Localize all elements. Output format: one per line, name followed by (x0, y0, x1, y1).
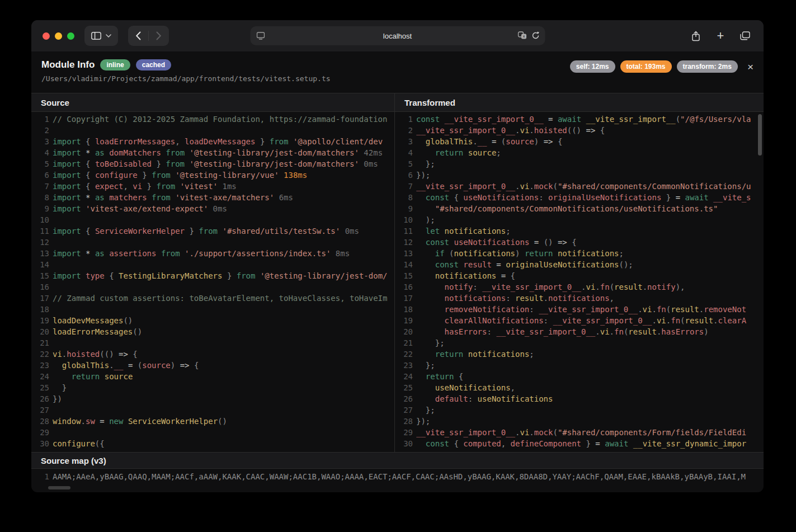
code-line: 16 (31, 283, 394, 294)
minimize-window-button[interactable] (55, 32, 62, 40)
line-number: 9 (395, 204, 413, 215)
line-number: 7 (395, 182, 413, 193)
line-text: }; (416, 159, 764, 171)
code-line: 22vi.hoisted(() => { (31, 350, 394, 361)
address-bar[interactable]: localhost x (250, 26, 545, 45)
toolbar-right: + (686, 26, 755, 45)
line-text: const useNotifications = () => { (416, 238, 764, 249)
line-number: 25 (31, 383, 49, 394)
line-text: if (notifications) return notifications; (416, 249, 764, 260)
code-line: 17 notifications: result.notifications, (395, 294, 764, 305)
line-number: 30 (395, 439, 413, 450)
page-icon[interactable] (256, 32, 265, 40)
translate-icon[interactable]: x (517, 31, 526, 40)
line-text: default: useNotifications (416, 394, 764, 406)
code-line: 15import type { TestingLibraryMatchers }… (31, 271, 394, 283)
zoom-window-button[interactable] (67, 32, 74, 40)
line-number: 14 (31, 260, 49, 271)
line-number: 18 (395, 305, 413, 316)
code-line: 13 if (notifications) return notificatio… (395, 249, 764, 260)
code-line: 5import { toBeDisabled } from '@testing-… (31, 159, 394, 171)
code-line: 4 return source; (395, 148, 764, 159)
line-text: const { computed, defineComponent } = aw… (416, 439, 764, 450)
line-text: notifications = { (416, 271, 764, 283)
line-number: 17 (395, 294, 413, 305)
code-line: 21 }; (395, 338, 764, 350)
back-button[interactable] (128, 26, 148, 46)
forward-icon (156, 31, 162, 40)
line-number: 28 (31, 417, 49, 428)
new-tab-button[interactable]: + (711, 26, 730, 45)
module-info-right: self: 12ms total: 193ms transform: 2ms × (570, 59, 753, 93)
line-text: ); (416, 215, 764, 227)
line-text: configure({ (53, 439, 394, 450)
line-text: loadDevMessages() (53, 316, 394, 327)
code-line: 11import { ServiceWorkerHelper } from '#… (31, 227, 394, 238)
line-text: globalThis.__ = (source) => { (53, 361, 394, 372)
code-line: 2__vite_ssr_import_0__.vi.hoisted(() => … (395, 126, 764, 137)
line-text: notifications: result.notifications, (416, 294, 764, 305)
line-text: import 'vitest-axe/extend-expect' 0ms (53, 204, 394, 215)
line-number: 19 (395, 316, 413, 327)
transform-time-badge: transform: 2ms (677, 60, 738, 73)
browser-toolbar: localhost x + (31, 20, 764, 51)
address-bar-actions: x (517, 31, 539, 40)
line-number: 14 (395, 260, 413, 271)
back-icon (135, 31, 141, 40)
line-text: }; (416, 361, 764, 372)
sourcemap-line: 1 AAMA;AAeA,yBAAG,QAAQ,MAAM;AACf,aAAW,KA… (31, 472, 764, 483)
line-text (53, 406, 394, 417)
close-window-button[interactable] (43, 32, 50, 40)
line-number: 20 (31, 327, 49, 338)
code-line: 24 return source (31, 372, 394, 383)
sourcemap-mappings: AAMA;AAeA,yBAAG,QAAQ,MAAM;AACf,aAAW,KAAK… (53, 472, 764, 483)
line-number: 7 (31, 182, 49, 193)
line-text: return { (416, 372, 764, 383)
sidebar-icon (91, 32, 101, 40)
horizontal-scrollbar-thumb[interactable] (48, 486, 70, 489)
line-number: 11 (31, 227, 49, 238)
vertical-scrollbar-thumb[interactable] (758, 114, 762, 156)
line-text: return source; (416, 148, 764, 159)
close-icon[interactable]: × (747, 62, 753, 72)
tab-overview-icon (740, 31, 750, 40)
svg-text:x: x (522, 34, 525, 39)
line-number: 5 (31, 159, 49, 171)
line-text: }) (53, 394, 394, 406)
line-number: 15 (31, 271, 49, 283)
share-button[interactable] (686, 26, 705, 45)
code-line: 16 notify: __vite_ssr_import_0__.vi.fn(r… (395, 283, 764, 294)
source-panel: Source 1// Copyright (C) 2012-2025 Zamma… (31, 93, 395, 452)
line-number: 30 (31, 439, 49, 450)
line-text (53, 238, 394, 249)
code-line: 14 const result = originalUseNotificatio… (395, 260, 764, 271)
line-text: import * as matchers from 'vitest-axe/ma… (53, 193, 394, 204)
line-text: // Zammad custom assertions: toBeAvatarE… (53, 294, 394, 305)
sidebar-button[interactable] (84, 26, 118, 46)
line-number: 10 (31, 215, 49, 227)
line-text: const { useNotifications: originalUseNot… (416, 193, 764, 204)
code-line: 29__vite_ssr_import_0__.vi.mock("#shared… (395, 428, 764, 439)
forward-button[interactable] (149, 26, 169, 46)
line-text: import type { TestingLibraryMatchers } f… (53, 271, 394, 283)
code-line: 18 removeNotification: __vite_ssr_import… (395, 305, 764, 316)
line-text: __vite_ssr_import_0__.vi.hoisted(() => { (416, 126, 764, 137)
line-text: "#shared/components/CommonNotifications/… (416, 204, 764, 215)
line-number: 15 (395, 271, 413, 283)
line-number: 16 (31, 283, 49, 294)
line-number: 10 (395, 215, 413, 227)
line-number: 22 (31, 350, 49, 361)
code-line: 12 (31, 238, 394, 249)
reload-icon[interactable] (531, 31, 539, 40)
tab-overview-button[interactable] (736, 26, 755, 45)
sourcemap-body[interactable]: 1 AAMA;AAeA,yBAAG,QAAQ,MAAM;AACf,aAAW,KA… (31, 469, 764, 492)
line-number: 3 (395, 137, 413, 148)
code-panels: Source 1// Copyright (C) 2012-2025 Zamma… (31, 93, 764, 452)
line-text: notify: __vite_ssr_import_0__.vi.fn(resu… (416, 283, 764, 294)
window-controls (43, 32, 74, 40)
source-code[interactable]: 1// Copyright (C) 2012-2025 Zammad Found… (31, 112, 394, 452)
line-number: 24 (31, 372, 49, 383)
code-line: 20 hasErrors: __vite_ssr_import_0__.vi.f… (395, 327, 764, 338)
transformed-code[interactable]: 1const __vite_ssr_import_0__ = await __v… (395, 112, 764, 452)
code-line: 4import * as domMatchers from '@testing-… (31, 148, 394, 159)
